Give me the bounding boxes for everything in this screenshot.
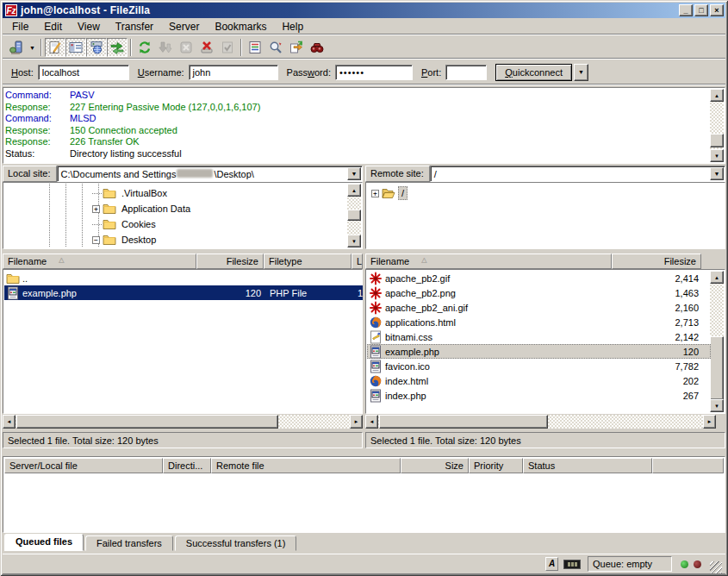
tab-successful-transfers--1-[interactable]: Successful transfers (1) <box>175 535 297 551</box>
password-input[interactable]: •••••• <box>335 65 413 80</box>
hscroll-thumb[interactable] <box>379 415 548 429</box>
tree-item-label[interactable]: Application Data <box>119 203 193 215</box>
log-line: Response:150 Connection accepted <box>5 125 709 137</box>
file-row-apache-pb2-ani-gif[interactable]: apache_pb2_ani.gif2,160 <box>367 300 711 315</box>
expand-icon[interactable]: + <box>371 190 379 197</box>
log-type-label: Status: <box>5 148 70 160</box>
find-files-button[interactable] <box>307 38 327 57</box>
column-header-filesize[interactable]: Filesize <box>196 254 264 269</box>
menu-bookmarks[interactable]: Bookmarks <box>207 18 274 35</box>
site-manager-dropdown[interactable]: ▼ <box>27 38 38 57</box>
directory-comparison-button[interactable] <box>265 38 286 57</box>
menu-server[interactable]: Server <box>161 18 207 35</box>
close-button[interactable]: × <box>710 4 724 16</box>
username-input[interactable]: john <box>189 65 278 80</box>
scroll-up-icon[interactable]: ▲ <box>710 89 724 102</box>
menu-transfer[interactable]: Transfer <box>108 18 161 35</box>
remote-list-scrollbar[interactable]: ▲ ▼ <box>710 271 724 412</box>
menu-edit[interactable]: Edit <box>36 18 70 35</box>
scroll-down-icon[interactable]: ▼ <box>710 149 724 162</box>
scroll-down-icon[interactable]: ▼ <box>710 399 724 412</box>
file-row-example-php[interactable]: example.php120PHP File1 <box>4 285 363 300</box>
scroll-right-icon[interactable]: ► <box>350 415 363 429</box>
scroll-up-icon[interactable]: ▲ <box>347 184 361 197</box>
column-header-filesize[interactable]: Filesize <box>612 254 701 269</box>
filename-text: index.php <box>385 391 426 401</box>
file-row-example-php[interactable]: example.php120 <box>367 344 711 359</box>
host-input[interactable]: localhost <box>38 65 129 80</box>
combo-dropdown-icon[interactable]: ▼ <box>710 167 724 180</box>
synchronized-browsing-button[interactable] <box>286 38 307 57</box>
disconnect-button[interactable] <box>196 38 217 57</box>
local-site-combo[interactable]: C:\Documents and Settings\Desktop\ ▼ <box>57 166 363 182</box>
file-row---[interactable]: .. <box>4 271 363 285</box>
quickconnect-dropdown[interactable]: ▼ <box>574 64 588 81</box>
toggle-message-log-button[interactable] <box>45 38 65 57</box>
resize-grip[interactable] <box>710 561 722 573</box>
column-header-filename[interactable]: Filename△ <box>365 254 612 269</box>
column-header-l[interactable]: L <box>352 254 363 269</box>
scroll-right-icon[interactable]: ► <box>703 415 716 429</box>
tree-item-label[interactable]: / <box>398 186 408 200</box>
tree-item--virtualbox[interactable]: .VirtualBox <box>92 185 170 201</box>
queue-column-priority[interactable]: Priority <box>469 458 523 473</box>
remote-site-label: Remote site: <box>365 166 430 182</box>
file-row-apache-pb2-png[interactable]: apache_pb2.png1,463 <box>367 285 711 300</box>
remote-site-combo[interactable]: / ▼ <box>430 166 725 182</box>
combo-dropdown-icon[interactable]: ▼ <box>347 167 361 180</box>
tree-scroll-thumb[interactable] <box>347 210 361 221</box>
list-scroll-thumb[interactable] <box>710 336 724 400</box>
toggle-remote-tree-button[interactable] <box>86 38 107 57</box>
expand-icon[interactable]: + <box>92 205 100 213</box>
queue-column-remotefile[interactable]: Remote file <box>211 458 401 473</box>
tree-item-application-data[interactable]: +Application Data <box>92 201 193 216</box>
queue-column-directi[interactable]: Directi... <box>163 458 211 473</box>
tree-item-desktop[interactable]: −Desktop <box>92 232 159 247</box>
toggle-transfer-queue-button[interactable] <box>107 38 128 57</box>
tree-item-label[interactable]: Cookies <box>119 218 159 230</box>
directory-filters-button[interactable] <box>245 38 265 57</box>
toggle-local-tree-button[interactable] <box>65 38 86 57</box>
titlebar[interactable]: Fz john@localhost - FileZilla _ □ × <box>3 3 725 18</box>
file-row-index-php[interactable]: index.php267 <box>367 388 711 403</box>
refresh-button[interactable] <box>134 38 155 57</box>
queue-column-status[interactable]: Status <box>523 458 652 473</box>
scroll-left-icon[interactable]: ◄ <box>3 415 16 429</box>
queue-column-serverlocalfile[interactable]: Server/Local file <box>4 458 163 473</box>
tab-queued-files[interactable]: Queued files <box>4 534 84 551</box>
remote-list-hscrollbar[interactable]: ◄ ► <box>365 415 716 429</box>
minimize-button[interactable]: _ <box>679 4 693 16</box>
scroll-down-icon[interactable]: ▼ <box>347 235 361 247</box>
file-row-bitnami-css[interactable]: bitnami.css2,142 <box>367 329 711 344</box>
file-row-applications-html[interactable]: applications.html2,713 <box>367 315 711 329</box>
local-list-hscrollbar[interactable]: ◄ ► <box>3 415 363 429</box>
scroll-up-icon[interactable]: ▲ <box>710 271 724 284</box>
queue-column-size[interactable]: Size <box>401 458 469 473</box>
quickconnect-button[interactable]: Quickconnect <box>495 64 572 81</box>
hscroll-thumb[interactable] <box>16 415 278 429</box>
column-header-filename[interactable]: Filename△ <box>3 254 196 269</box>
tree-item-cookies[interactable]: Cookies <box>92 216 159 232</box>
file-row-favicon-ico[interactable]: favicon.ico7,782 <box>367 359 711 373</box>
php-file-icon <box>369 389 383 403</box>
tab-failed-transfers[interactable]: Failed transfers <box>85 535 173 551</box>
cancel-icon <box>179 41 193 54</box>
log-scroll-thumb[interactable] <box>710 134 724 147</box>
menu-help[interactable]: Help <box>274 18 311 35</box>
tree-item-label[interactable]: Desktop <box>119 234 159 246</box>
maximize-button[interactable]: □ <box>694 4 708 16</box>
local-tree-scrollbar[interactable]: ▲ ▼ <box>347 184 361 247</box>
remote-file-list: ▲ ▼ apache_pb2.gif2,414apache_pb2.png1,4… <box>365 269 725 414</box>
site-manager-button[interactable] <box>6 38 27 57</box>
port-input[interactable] <box>445 65 487 80</box>
menu-view[interactable]: View <box>70 18 108 35</box>
file-row-index-html[interactable]: index.html202 <box>367 373 711 388</box>
column-header-filetype[interactable]: Filetype <box>264 254 352 269</box>
tree-item-label[interactable]: .VirtualBox <box>119 187 170 199</box>
scroll-left-icon[interactable]: ◄ <box>365 415 378 429</box>
collapse-icon[interactable]: − <box>92 236 100 244</box>
tree-item--[interactable]: +/ <box>371 185 408 201</box>
file-row-apache-pb2-gif[interactable]: apache_pb2.gif2,414 <box>367 271 711 285</box>
menu-file[interactable]: File <box>4 18 36 35</box>
log-scrollbar[interactable]: ▲ ▼ <box>710 89 724 162</box>
